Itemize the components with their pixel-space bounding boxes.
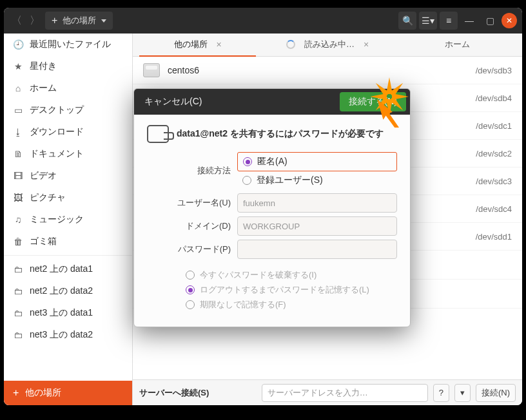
sidebar-item-pictures[interactable]: 🖼ピクチャ — [4, 187, 132, 209]
tab-bar: 他の場所× 読み込み中…× ホーム — [133, 33, 522, 57]
sidebar-item-label: net2 上の data1 — [30, 263, 93, 275]
domain-input[interactable] — [237, 216, 397, 236]
connect-confirm-button[interactable]: 接続する(N) — [340, 92, 406, 111]
star-icon: ★ — [13, 61, 23, 72]
sidebar-item-label: ビデオ — [30, 170, 57, 182]
sidebar-item-label: 最近開いたファイル — [30, 39, 111, 50]
folder-remote-icon: 🗀 — [13, 286, 23, 296]
tab-close[interactable]: × — [217, 39, 222, 50]
sidebar-item-label: net3 上の data2 — [30, 329, 93, 341]
window-close[interactable]: ✕ — [502, 13, 517, 28]
sidebar-item-label: ホーム — [30, 82, 57, 94]
row-name: centos6 — [168, 65, 476, 75]
window-minimize[interactable]: — — [460, 12, 478, 30]
radio-remember-session[interactable]: ログアウトするまでパスワードを記憶する(L) — [186, 284, 397, 296]
tab-label: 他の場所 — [174, 39, 208, 50]
video-icon: 🎞 — [13, 171, 23, 181]
trash-icon: 🗑 — [13, 236, 23, 247]
domain-label: ドメイン(D) — [147, 220, 237, 232]
list-row[interactable]: centos6/dev/sdb3 — [133, 57, 522, 84]
tab-home[interactable]: ホーム — [393, 33, 522, 56]
connect-button[interactable]: 接続(N) — [476, 384, 516, 402]
username-input[interactable] — [237, 193, 397, 213]
radio-remember-forever[interactable]: 期限なしで記憶する(F) — [186, 299, 397, 310]
method-label: 接続方法 — [147, 165, 237, 177]
sidebar-item-downloads[interactable]: ⭳ダウンロード — [4, 121, 132, 143]
radio-icon — [243, 157, 252, 166]
cancel-button[interactable]: キャンセル(C) — [138, 92, 208, 111]
radio-icon — [186, 300, 195, 309]
sidebar-item-label: ダウンロード — [30, 126, 84, 138]
view-list-button[interactable]: ☰▾ — [419, 12, 437, 30]
desktop-icon: ▭ — [13, 105, 23, 115]
sidebar-net-item[interactable]: 🗀net2 上の data2 — [4, 280, 132, 302]
sidebar-item-recent[interactable]: 🕘最近開いたファイル — [4, 33, 132, 55]
music-icon: ♫ — [13, 215, 23, 225]
dialog-header: キャンセル(C) 接続する(N) — [134, 89, 410, 115]
connect-label: サーバーへ接続(S) — [139, 387, 209, 399]
key-icon — [147, 125, 169, 143]
chevron-down-icon — [101, 19, 106, 23]
sidebar-net-item[interactable]: 🗀net2 上の data1 — [4, 258, 132, 280]
sidebar-item-videos[interactable]: 🎞ビデオ — [4, 165, 132, 187]
recent-icon: 🕘 — [13, 39, 23, 50]
window-maximize[interactable]: ▢ — [481, 12, 499, 30]
username-label: ユーザー名(U) — [147, 197, 237, 209]
sidebar-item-home[interactable]: ⌂ホーム — [4, 77, 132, 99]
tab-other-locations[interactable]: 他の場所× — [133, 33, 262, 56]
sidebar-item-music[interactable]: ♫ミュージック — [4, 209, 132, 231]
password-dialog: キャンセル(C) 接続する(N) data1@net2 を共有するにはパスワード… — [133, 88, 411, 327]
sidebar-item-label: ミュージック — [30, 214, 84, 225]
radio-icon — [186, 271, 195, 280]
sidebar-item-starred[interactable]: ★星付き — [4, 55, 132, 77]
sidebar-other-label: 他の場所 — [25, 387, 61, 399]
tab-loading[interactable]: 読み込み中…× — [262, 33, 392, 56]
nav-forward[interactable]: 〉 — [27, 12, 43, 30]
connect-bar: サーバーへ接続(S) サーバーアドレスを入力… ? ▾ 接続(N) — [133, 379, 522, 405]
sidebar-item-label: ドキュメント — [30, 148, 84, 160]
server-address-input[interactable]: サーバーアドレスを入力… — [262, 384, 428, 402]
spinner-icon — [286, 40, 295, 49]
folder-remote-icon: 🗀 — [13, 264, 23, 274]
sidebar-net-item[interactable]: 🗀net3 上の data2 — [4, 324, 132, 346]
sidebar-item-documents[interactable]: 🗎ドキュメント — [4, 143, 132, 165]
drive-icon — [143, 63, 160, 77]
path-breadcrumb[interactable]: + 他の場所 — [45, 12, 113, 30]
picture-icon: 🖼 — [13, 193, 23, 203]
row-dev: /dev/sdc1 — [476, 121, 512, 131]
sidebar-item-trash[interactable]: 🗑ゴミ箱 — [4, 231, 132, 253]
tab-close[interactable]: × — [364, 39, 369, 50]
plus-icon: + — [52, 15, 57, 26]
sidebar: 🕘最近開いたファイル ★星付き ⌂ホーム ▭デスクトップ ⭳ダウンロード 🗎ドキ… — [4, 33, 133, 405]
home-icon: ⌂ — [13, 83, 23, 93]
sidebar-other-locations[interactable]: +他の場所 — [4, 381, 132, 405]
row-dev: /dev/sdc2 — [476, 149, 512, 158]
radio-registered[interactable]: 登録ユーザー(S) — [237, 171, 397, 189]
sidebar-item-label: net3 上の data1 — [30, 307, 93, 319]
radio-icon — [186, 285, 195, 294]
folder-remote-icon: 🗀 — [13, 330, 23, 340]
sidebar-item-label: デスクトップ — [30, 104, 84, 116]
nav-back[interactable]: 〈 — [9, 12, 24, 30]
row-dev: /dev/sdc4 — [476, 204, 512, 214]
download-icon: ⭳ — [13, 127, 23, 137]
history-dropdown[interactable]: ▾ — [454, 384, 471, 402]
radio-icon — [242, 176, 251, 185]
row-dev: /dev/sdb3 — [476, 66, 512, 75]
radio-forget[interactable]: 今すぐパスワードを破棄する(I) — [186, 269, 397, 281]
tab-label: 読み込み中… — [304, 39, 355, 50]
sidebar-item-label: net2 上の data2 — [30, 285, 93, 297]
row-dev: /dev/sdd1 — [476, 232, 512, 242]
path-label: 他の場所 — [63, 15, 96, 26]
sidebar-net-item[interactable]: 🗀net3 上の data1 — [4, 302, 132, 324]
dialog-title: data1@net2 を共有するにはパスワードが必要です — [177, 128, 384, 140]
sidebar-item-desktop[interactable]: ▭デスクトップ — [4, 99, 132, 121]
search-button[interactable]: 🔍 — [398, 12, 416, 30]
document-icon: 🗎 — [13, 149, 23, 159]
radio-anonymous[interactable]: 匿名(A) — [237, 152, 397, 171]
hamburger-menu[interactable]: ≡ — [440, 12, 458, 30]
help-button[interactable]: ? — [433, 384, 449, 402]
row-dev: /dev/sdc3 — [476, 177, 512, 186]
password-input[interactable] — [237, 240, 397, 259]
tab-label: ホーム — [445, 39, 470, 50]
